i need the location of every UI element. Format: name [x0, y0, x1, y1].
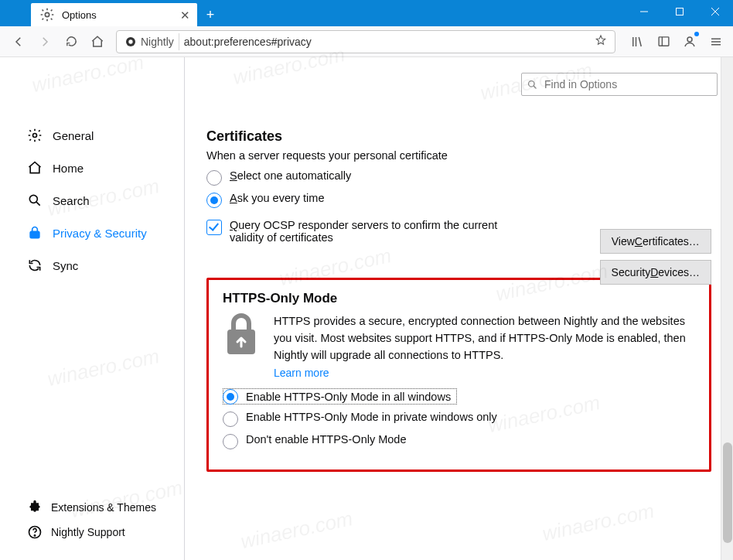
- radio-label: Don't enable HTTPS-Only Mode: [246, 433, 406, 446]
- sidebar-item-sync[interactable]: Sync: [26, 249, 172, 282]
- find-in-options-search[interactable]: [521, 73, 718, 96]
- https-lock-icon: [223, 312, 260, 357]
- preferences-content: General Home Search Privacy & Security: [0, 57, 733, 560]
- https-learn-more-link[interactable]: Learn more: [274, 367, 329, 379]
- radio-checked-icon[interactable]: [206, 193, 222, 208]
- cert-checkbox-ocsp[interactable]: Query OCSP responder servers to confirm …: [206, 219, 531, 244]
- notification-dot-icon: [694, 32, 699, 36]
- certificates-subtext: When a server requests your personal cer…: [206, 149, 711, 162]
- https-radio-all-windows[interactable]: Enable HTTPS-Only Mode in all windows: [223, 388, 457, 405]
- certificates-heading: Certificates: [206, 128, 711, 145]
- radio-label: Select one automatically: [230, 169, 351, 182]
- sidebar-item-label: Sync: [53, 259, 78, 272]
- right-toolbar: [625, 30, 728, 53]
- radio-unchecked-icon[interactable]: [206, 170, 222, 186]
- svg-point-19: [529, 80, 535, 87]
- radio-label: Ask you every time: [230, 192, 325, 204]
- cert-radio-select-auto[interactable]: Select one automatically: [206, 169, 711, 186]
- gear-icon: [39, 6, 56, 23]
- preferences-main-pane: Certificates When a server requests your…: [185, 57, 733, 560]
- search-icon: [26, 192, 43, 209]
- sidebar-item-general[interactable]: General: [26, 119, 172, 152]
- sidebar-item-support[interactable]: Nightly Support: [26, 520, 172, 545]
- svg-point-14: [29, 195, 37, 203]
- preferences-sidebar: General Home Search Privacy & Security: [0, 57, 185, 560]
- https-only-description: HTTPS provides a secure, encrypted conne…: [274, 312, 695, 364]
- tab-title: Options: [62, 9, 97, 21]
- svg-rect-7: [659, 37, 669, 46]
- bookmark-star-icon[interactable]: [595, 34, 612, 49]
- search-icon: [527, 79, 538, 90]
- svg-point-13: [33, 134, 37, 138]
- help-icon: [26, 524, 43, 541]
- scrollbar-thumb[interactable]: [723, 442, 732, 543]
- svg-rect-2: [677, 9, 684, 15]
- sidebar-item-label: Nightly Support: [51, 526, 125, 538]
- brand-chip: Nightly: [120, 33, 179, 50]
- account-button[interactable]: [677, 30, 702, 53]
- security-devices-button[interactable]: Security Devices…: [600, 260, 711, 285]
- nav-reload-button[interactable]: [59, 30, 84, 53]
- url-bar[interactable]: Nightly about:preferences#privacy: [116, 30, 615, 53]
- window-close-button[interactable]: [697, 0, 733, 23]
- window-titlebar: Options ✕ +: [0, 0, 733, 26]
- lock-icon: [26, 224, 43, 241]
- radio-checked-icon[interactable]: [223, 389, 238, 405]
- svg-line-15: [36, 202, 40, 206]
- puzzle-icon: [26, 499, 43, 516]
- radio-label: Enable HTTPS-Only Mode in private window…: [246, 411, 497, 423]
- url-text: about:preferences#privacy: [184, 36, 590, 48]
- https-radio-disable[interactable]: Don't enable HTTPS-Only Mode: [223, 433, 695, 449]
- sidebar-item-label: Home: [53, 162, 84, 175]
- https-radio-private-only[interactable]: Enable HTTPS-Only Mode in private window…: [223, 411, 695, 427]
- sidebar-toggle-button[interactable]: [651, 30, 676, 53]
- home-icon: [26, 159, 43, 176]
- tab-close-button[interactable]: ✕: [179, 9, 191, 21]
- nav-back-button[interactable]: [6, 30, 31, 53]
- search-input[interactable]: [543, 77, 712, 91]
- https-only-mode-section: HTTPS-Only Mode HTTPS provides a secure,…: [206, 278, 711, 472]
- brand-label: Nightly: [141, 36, 174, 48]
- svg-line-20: [534, 86, 536, 88]
- browser-toolbar: Nightly about:preferences#privacy: [0, 26, 733, 57]
- https-only-heading: HTTPS-Only Mode: [223, 291, 695, 306]
- checkbox-label: Query OCSP responder servers to confirm …: [230, 219, 531, 244]
- library-button[interactable]: [625, 30, 649, 53]
- sidebar-item-search[interactable]: Search: [26, 184, 172, 217]
- gear-icon: [26, 127, 43, 144]
- svg-point-9: [687, 37, 692, 42]
- new-tab-button[interactable]: +: [199, 3, 222, 26]
- cert-radio-ask-every-time[interactable]: Ask you every time: [206, 192, 711, 208]
- nav-home-button[interactable]: [85, 30, 110, 53]
- sidebar-item-privacy-security[interactable]: Privacy & Security: [26, 217, 172, 249]
- svg-point-18: [34, 535, 35, 536]
- nav-forward-button[interactable]: [32, 30, 57, 53]
- sidebar-item-label: Search: [53, 194, 90, 207]
- app-menu-button[interactable]: [704, 30, 728, 53]
- sync-icon: [26, 257, 43, 274]
- sidebar-item-label: General: [53, 129, 94, 142]
- view-certificates-button[interactable]: View Certificates…: [600, 229, 711, 254]
- sidebar-item-home[interactable]: Home: [26, 152, 172, 184]
- certificates-buttons: View Certificates… Security Devices…: [600, 229, 711, 285]
- vertical-scrollbar[interactable]: [721, 57, 733, 560]
- svg-point-6: [128, 39, 132, 43]
- svg-point-0: [45, 12, 49, 16]
- radio-unchecked-icon[interactable]: [223, 411, 238, 427]
- browser-tab[interactable]: Options ✕: [31, 3, 197, 26]
- radio-unchecked-icon[interactable]: [223, 434, 238, 449]
- checkbox-checked-icon[interactable]: [206, 220, 222, 235]
- svg-rect-16: [30, 231, 39, 237]
- window-minimize-button[interactable]: [626, 0, 662, 23]
- window-controls: [626, 0, 733, 26]
- window-maximize-button[interactable]: [662, 0, 697, 23]
- sidebar-item-extensions[interactable]: Extensions & Themes: [26, 495, 172, 520]
- sidebar-item-label: Extensions & Themes: [51, 501, 156, 514]
- radio-label: Enable HTTPS-Only Mode in all windows: [246, 391, 451, 403]
- sidebar-item-label: Privacy & Security: [53, 227, 147, 240]
